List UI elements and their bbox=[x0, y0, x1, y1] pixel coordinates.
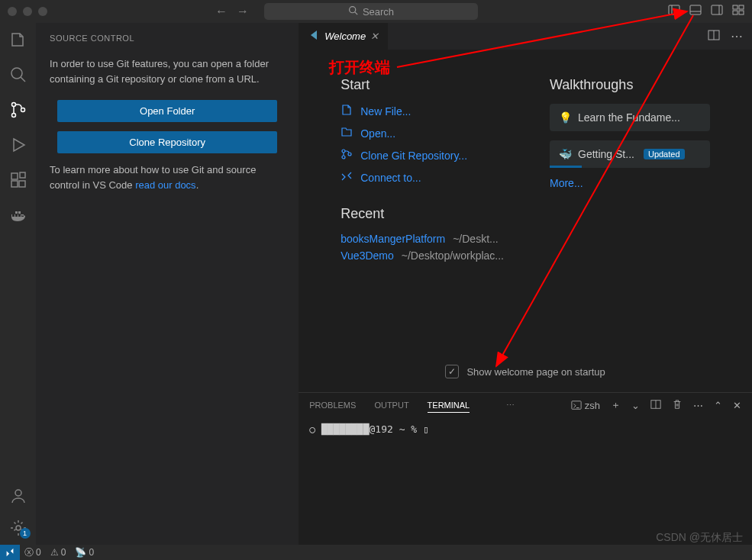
toggle-secondary-sidebar-icon[interactable] bbox=[711, 4, 723, 19]
walkthrough-label: Getting St... bbox=[578, 148, 634, 160]
annotation-label: 打开终端 bbox=[329, 57, 390, 78]
panel-tab-problems[interactable]: PROBLEMS bbox=[309, 401, 356, 410]
panel-tab-output[interactable]: OUTPUT bbox=[374, 401, 408, 410]
folder-icon bbox=[340, 126, 353, 140]
back-icon[interactable]: ← bbox=[215, 5, 228, 18]
start-item[interactable]: Connect to... bbox=[340, 170, 504, 185]
tab-welcome[interactable]: Welcome ✕ bbox=[299, 23, 388, 50]
close-tab-icon[interactable]: ✕ bbox=[370, 31, 379, 42]
docker-icon[interactable] bbox=[9, 206, 27, 224]
walkthrough-icon: 🐳 bbox=[559, 148, 572, 160]
activity-bar: 1 bbox=[0, 23, 36, 545]
start-item[interactable]: Open... bbox=[340, 126, 504, 140]
panel-tabs: PROBLEMSOUTPUTTERMINAL ⋯ zsh ＋ ⌄ ⋯ ⌃ ✕ bbox=[299, 393, 752, 417]
toggle-sidebar-icon[interactable] bbox=[668, 4, 680, 19]
split-editor-icon[interactable] bbox=[708, 29, 720, 44]
new-terminal-icon[interactable]: ＋ bbox=[611, 398, 621, 412]
watermark: CSDN @无休居士 bbox=[656, 531, 743, 545]
search-activity-icon[interactable] bbox=[9, 66, 27, 84]
sidebar-docs-text: To learn more about how to use Git and s… bbox=[50, 163, 285, 192]
svg-point-26 bbox=[342, 156, 345, 159]
start-item[interactable]: New File... bbox=[340, 104, 504, 118]
svg-rect-11 bbox=[739, 11, 744, 14]
read-docs-link[interactable]: read our docs bbox=[135, 179, 196, 191]
status-warnings[interactable]: ⚠ 0 bbox=[46, 547, 71, 558]
forward-icon[interactable]: → bbox=[237, 5, 249, 18]
run-debug-icon[interactable] bbox=[9, 136, 27, 154]
explorer-icon[interactable] bbox=[9, 31, 27, 49]
svg-line-1 bbox=[355, 12, 357, 14]
more-link[interactable]: More... bbox=[550, 177, 710, 189]
svg-rect-10 bbox=[733, 11, 737, 14]
startup-checkbox[interactable]: ✓ bbox=[445, 365, 459, 378]
walkthrough-item[interactable]: 🐳Getting St...Updated bbox=[550, 140, 710, 168]
svg-rect-19 bbox=[19, 181, 25, 187]
walkthrough-item[interactable]: 💡Learn the Fundame... bbox=[550, 104, 710, 131]
svg-point-14 bbox=[11, 103, 15, 107]
panel-more-actions-icon[interactable]: ⋯ bbox=[693, 400, 703, 411]
terminal-profile[interactable]: zsh bbox=[571, 400, 600, 411]
search-icon bbox=[348, 5, 358, 18]
svg-point-0 bbox=[350, 7, 356, 13]
svg-rect-20 bbox=[20, 172, 25, 178]
sidebar: SOURCE CONTROL In order to use Git featu… bbox=[36, 23, 299, 545]
terminal-dropdown-icon[interactable]: ⌄ bbox=[631, 400, 640, 411]
welcome-page: 打开终端 Start New File...Open...Clone Git R… bbox=[299, 50, 752, 351]
editor-area: Welcome ✕ ⋯ 打开终端 Start New File...Open..… bbox=[299, 23, 752, 545]
clone-repository-button[interactable]: Clone Repository bbox=[57, 131, 277, 153]
panel-more-icon[interactable]: ⋯ bbox=[506, 401, 515, 410]
source-control-icon[interactable] bbox=[9, 101, 27, 119]
status-ports[interactable]: 📡 0 bbox=[70, 547, 98, 558]
terminal-output[interactable]: ○ ████████@192 ~ % ▯ bbox=[299, 417, 752, 441]
startup-checkbox-row: ✓ Show welcome page on startup bbox=[299, 351, 752, 392]
open-folder-button[interactable]: Open Folder bbox=[57, 100, 277, 122]
connect-icon bbox=[340, 170, 353, 185]
start-item-label: New File... bbox=[360, 105, 411, 117]
svg-point-22 bbox=[16, 526, 21, 530]
remote-indicator[interactable] bbox=[0, 545, 20, 560]
layout-controls bbox=[668, 4, 744, 19]
svg-point-12 bbox=[11, 68, 22, 79]
status-errors[interactable]: ⓧ 0 bbox=[20, 546, 46, 559]
settings-gear-icon[interactable]: 1 bbox=[9, 519, 27, 537]
accounts-icon[interactable] bbox=[9, 487, 27, 505]
startup-label: Show welcome page on startup bbox=[466, 366, 605, 378]
svg-rect-17 bbox=[11, 173, 18, 179]
start-item-label: Connect to... bbox=[360, 172, 421, 184]
svg-point-21 bbox=[15, 490, 21, 496]
maximize-window[interactable] bbox=[38, 7, 47, 16]
more-actions-icon[interactable]: ⋯ bbox=[731, 29, 743, 44]
svg-point-27 bbox=[348, 153, 351, 156]
recent-item: booksMangerPlatform~/Deskt... bbox=[340, 233, 504, 245]
svg-point-15 bbox=[11, 114, 15, 117]
customize-layout-icon[interactable] bbox=[732, 4, 744, 19]
recent-item: Vue3Demo~/Desktop/workplac... bbox=[340, 249, 504, 262]
command-center[interactable]: Search bbox=[264, 3, 478, 20]
walkthrough-label: Learn the Fundame... bbox=[578, 111, 680, 124]
close-window[interactable] bbox=[8, 7, 17, 16]
walkthrough-icon: 💡 bbox=[559, 111, 572, 124]
sidebar-title: SOURCE CONTROL bbox=[50, 34, 285, 43]
svg-rect-6 bbox=[712, 5, 722, 14]
svg-point-25 bbox=[342, 150, 345, 153]
start-item-label: Clone Git Repository... bbox=[360, 150, 467, 162]
recent-name[interactable]: Vue3Demo bbox=[340, 249, 394, 262]
tab-bar: Welcome ✕ ⋯ bbox=[299, 23, 752, 50]
extensions-icon[interactable] bbox=[9, 171, 27, 189]
search-placeholder: Search bbox=[363, 6, 394, 18]
kill-terminal-icon[interactable] bbox=[672, 399, 683, 412]
minimize-window[interactable] bbox=[23, 7, 32, 16]
settings-badge: 1 bbox=[20, 528, 31, 539]
split-terminal-icon[interactable] bbox=[650, 399, 661, 412]
main-area: 1 SOURCE CONTROL In order to use Git fea… bbox=[0, 23, 752, 545]
toggle-panel-icon[interactable] bbox=[689, 4, 702, 19]
git-icon bbox=[340, 148, 353, 163]
recent-name[interactable]: booksMangerPlatform bbox=[340, 233, 445, 245]
panel-tab-terminal[interactable]: TERMINAL bbox=[428, 401, 470, 413]
walkthroughs-heading: Walkthroughs bbox=[550, 77, 710, 93]
recent-path: ~/Deskt... bbox=[453, 233, 499, 245]
start-item[interactable]: Clone Git Repository... bbox=[340, 148, 504, 163]
maximize-panel-icon[interactable]: ⌃ bbox=[714, 400, 722, 411]
svg-point-16 bbox=[21, 108, 24, 112]
close-panel-icon[interactable]: ✕ bbox=[733, 400, 741, 411]
